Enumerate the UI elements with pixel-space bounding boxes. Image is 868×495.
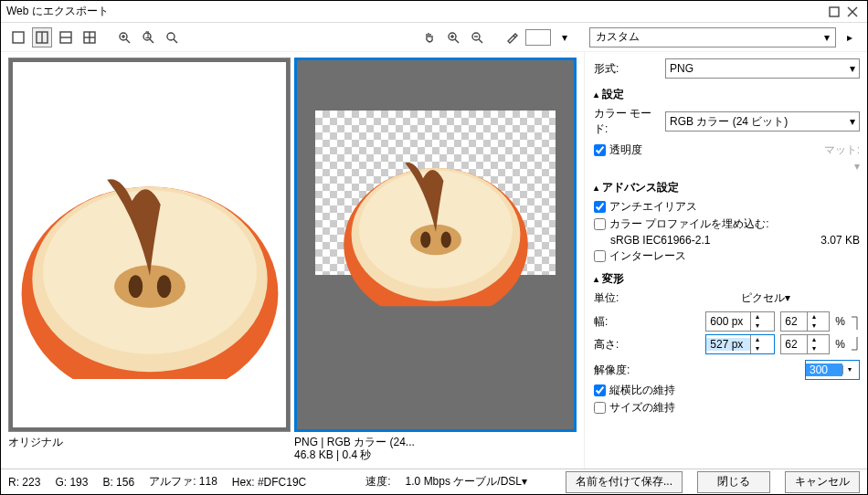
save-as-button[interactable]: 名前を付けて保存...	[566, 471, 683, 493]
width-pct-input[interactable]: ▴▾	[780, 311, 830, 332]
aspect-lock-icon[interactable]	[849, 309, 860, 357]
zoom-in-icon[interactable]	[114, 27, 134, 47]
color-mode-label: カラー モード:	[594, 106, 665, 137]
interlace-checkbox[interactable]: インターレース	[594, 248, 860, 264]
embed-profile-checkbox[interactable]: カラー プロファイルを埋め込む:	[594, 216, 860, 232]
pan-icon[interactable]	[419, 27, 439, 47]
profile-name: sRGB IEC61966-2.1	[610, 234, 710, 247]
matte-label: マット:	[824, 142, 860, 158]
cancel-button[interactable]: キャンセル	[785, 471, 860, 493]
color-swatch[interactable]	[525, 29, 551, 46]
titlebar: Web にエクスポート	[1, 1, 867, 23]
chevron-down-icon: ▾	[824, 31, 830, 44]
window-title: Web にエクスポート	[6, 4, 825, 19]
layout-2col-icon[interactable]	[32, 27, 52, 47]
export-pane: PNG | RGB カラー (24... 46.8 KB | 0.4 秒	[294, 58, 577, 463]
main-area: オリジナル PNG	[1, 52, 867, 469]
keep-size-checkbox[interactable]: サイズの維持	[594, 400, 860, 416]
resolution-input[interactable]: ▾	[805, 360, 860, 380]
speed-combo[interactable]: 1.0 Mbps ケーブル/DSL▾	[406, 474, 527, 490]
preset-value: カスタム	[596, 29, 640, 45]
section-transform[interactable]: ▴変形	[594, 271, 860, 287]
section-settings[interactable]: ▴設定	[594, 87, 860, 102]
profile-size: 3.07 KB	[820, 234, 860, 247]
speed-label: 速度:	[365, 474, 390, 490]
height-label: 高さ:	[594, 337, 649, 353]
svg-line-25	[479, 39, 482, 43]
zoom-out-tool-icon[interactable]	[467, 27, 487, 47]
width-px-input[interactable]: ▴▾	[705, 311, 775, 332]
statusbar: R: 223 G: 193 B: 156 アルファ: 118 Hex: #DFC…	[1, 469, 867, 494]
zoom-100-icon[interactable]	[162, 27, 182, 47]
svg-rect-0	[830, 7, 839, 16]
units-combo[interactable]: ピクセル▾	[741, 290, 860, 306]
height-px-input[interactable]: ▴▾	[705, 334, 775, 354]
toolbar: 1 ▾ カスタム ▾ ▸	[1, 23, 867, 52]
maximize-button[interactable]	[825, 3, 843, 21]
svg-line-21	[455, 39, 459, 43]
color-mode-combo[interactable]: RGB カラー (24 ビット)▾	[665, 111, 860, 132]
height-pct-input[interactable]: ▴▾	[780, 334, 830, 354]
swatch-dropdown-icon[interactable]: ▾	[555, 27, 575, 47]
antialias-checkbox[interactable]: アンチエイリアス	[594, 199, 860, 215]
width-label: 幅:	[594, 314, 649, 330]
close-button-footer[interactable]: 閉じる	[697, 471, 770, 493]
units-label: 単位:	[594, 290, 649, 306]
settings-panel: 形式: PNG▾ ▴設定 カラー モード: RGB カラー (24 ビット)▾ …	[584, 52, 867, 469]
original-pane: オリジナル	[8, 58, 291, 463]
layout-single-icon[interactable]	[8, 27, 28, 47]
preset-menu-icon[interactable]: ▸	[840, 27, 860, 47]
format-combo[interactable]: PNG▾	[665, 58, 860, 79]
close-button[interactable]	[843, 3, 862, 21]
original-image[interactable]	[8, 58, 291, 432]
matte-dropdown-icon: ▾	[854, 160, 860, 173]
svg-line-19	[174, 39, 177, 43]
resolution-label: 解像度:	[594, 363, 649, 378]
export-image[interactable]	[294, 58, 577, 432]
svg-point-18	[167, 33, 175, 40]
format-label: 形式:	[594, 61, 665, 77]
export-caption: PNG | RGB カラー (24... 46.8 KB | 0.4 秒	[294, 436, 577, 463]
keep-aspect-checkbox[interactable]: 縦横比の維持	[594, 383, 860, 398]
preset-combo[interactable]: カスタム ▾	[589, 27, 836, 47]
svg-text:1: 1	[145, 31, 152, 41]
zoom-fit-icon[interactable]: 1	[138, 27, 158, 47]
layout-2row-icon[interactable]	[56, 27, 76, 47]
eyedropper-icon[interactable]	[502, 27, 522, 47]
original-caption: オリジナル	[8, 436, 291, 463]
layout-grid-icon[interactable]	[79, 27, 100, 47]
preview-area: オリジナル PNG	[1, 52, 584, 469]
transparency-checkbox[interactable]: 透明度	[594, 142, 642, 158]
svg-rect-3	[13, 32, 24, 43]
zoom-in-tool-icon[interactable]	[443, 27, 463, 47]
section-advanced[interactable]: ▴アドバンス設定	[594, 180, 860, 195]
svg-line-12	[126, 39, 130, 43]
